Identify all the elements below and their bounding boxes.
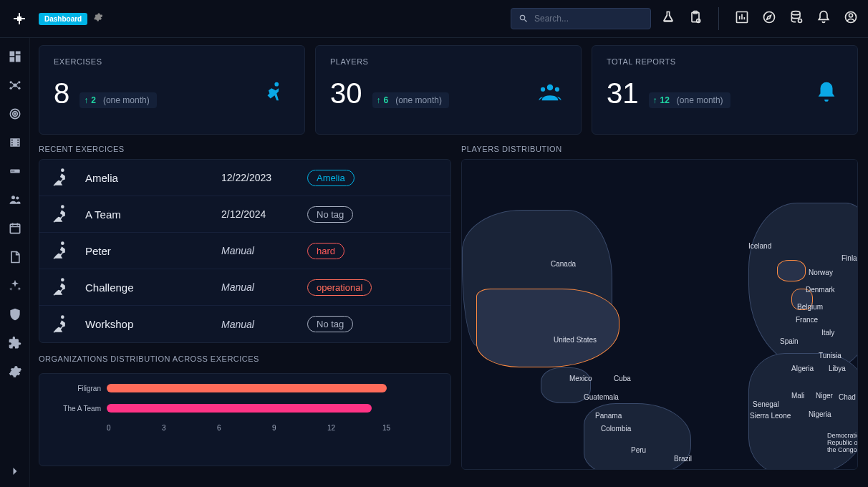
svg-rect-23 <box>10 224 19 233</box>
people-icon <box>538 80 562 107</box>
map-label: Cuba <box>614 375 631 382</box>
exercise-row[interactable]: Workshop Manual No tag <box>39 306 450 342</box>
search-box[interactable] <box>511 8 651 29</box>
map-label: Italy <box>821 329 834 337</box>
stat-card-total reports[interactable]: TOTAL REPORTS 31 ↑ 12 (one month) <box>592 45 858 135</box>
exercise-date: 2/12/2024 <box>221 208 307 220</box>
exercise-row[interactable]: Amelia 12/22/2023 Amelia <box>39 160 450 196</box>
stat-value: 31 <box>607 79 639 107</box>
map-label: Denmark <box>806 286 835 294</box>
sidebar-target[interactable] <box>6 105 24 122</box>
sidebar-media[interactable] <box>6 134 24 151</box>
players-dist-title: PLAYERS DISTRIBUTION <box>461 145 858 153</box>
map-label: Democratic Republic of the Congo <box>827 432 858 453</box>
bell-icon <box>814 80 839 107</box>
search-input[interactable] <box>534 14 643 24</box>
svg-point-5 <box>764 12 775 23</box>
org-bar <box>107 384 387 392</box>
org-bar <box>107 404 372 413</box>
axis-tick: 0 <box>107 424 162 432</box>
org-bar-row: The A Team <box>52 404 438 413</box>
rowing-icon <box>51 314 72 335</box>
map-label: Iceland <box>748 242 771 250</box>
recent-exercises-panel: Amelia 12/22/2023 Amelia A Team 2/12/202… <box>39 159 451 343</box>
stat-delta: ↑ 12 (one month) <box>649 92 730 108</box>
axis-tick: 12 <box>327 424 382 432</box>
sidebar-settings[interactable] <box>6 363 24 380</box>
svg-point-17 <box>14 113 16 115</box>
org-bar-row: Filigran <box>52 384 438 392</box>
arrow-up-icon: ↑ <box>84 95 88 105</box>
exercise-date: Manual <box>221 319 307 330</box>
map-label: Guatemala <box>584 393 619 401</box>
svg-rect-0 <box>18 17 21 20</box>
map-label: Chad <box>839 393 856 401</box>
svg-point-12 <box>18 81 20 83</box>
map-label: Libya <box>829 365 846 372</box>
stat-label: PLAYERS <box>330 57 566 66</box>
svg-point-25 <box>547 85 554 91</box>
stat-card-players[interactable]: PLAYERS 30 ↑ 6 (one month) <box>315 45 582 135</box>
svg-point-11 <box>9 81 11 83</box>
exercise-date: 12/22/2023 <box>221 172 307 183</box>
gear-icon[interactable] <box>93 12 103 25</box>
database-icon[interactable] <box>789 10 804 27</box>
svg-point-22 <box>16 196 19 199</box>
sidebar-expand[interactable] <box>6 463 24 480</box>
exercise-name: Amelia <box>85 172 221 184</box>
exercise-row[interactable]: Peter Manual hard <box>39 233 450 269</box>
arrow-up-icon: ↑ <box>653 95 657 105</box>
compass-icon[interactable] <box>762 10 776 27</box>
map-label: Panama <box>595 412 622 420</box>
exercise-tag: Amelia <box>307 170 355 186</box>
org-dist-title: ORGANIZATIONS DISTRIBUTION ACROSS EXERCI… <box>39 355 451 363</box>
exercise-tag: hard <box>307 243 344 259</box>
sidebar-shield[interactable] <box>6 306 24 323</box>
main-content: EXERCISES 8 ↑ 2 (one month) PLAYERS 30 ↑… <box>30 38 868 487</box>
map-label: United States <box>554 336 597 344</box>
chart-icon[interactable] <box>735 10 749 27</box>
exercise-tag: No tag <box>307 316 353 332</box>
org-label: Filigran <box>52 385 107 392</box>
axis-tick: 15 <box>382 424 438 432</box>
stat-label: EXERCISES <box>54 57 290 66</box>
sidebar <box>0 38 30 487</box>
sidebar-sparkle[interactable] <box>6 277 24 294</box>
sidebar-dashboard[interactable] <box>6 48 24 65</box>
dashboard-badge[interactable]: Dashboard <box>39 13 87 25</box>
clipboard-icon[interactable] <box>688 10 703 27</box>
arrow-up-icon: ↑ <box>377 95 381 105</box>
exercise-name: A Team <box>85 208 221 221</box>
svg-point-13 <box>9 87 11 90</box>
players-map-panel[interactable]: Iceland Finland Norway Denmark Belgium F… <box>461 159 858 470</box>
map-label: Colombia <box>601 425 631 433</box>
exercise-tag: operational <box>307 279 372 296</box>
exercise-row[interactable]: Challenge Manual operational <box>39 269 450 306</box>
sidebar-scenarios[interactable] <box>6 77 24 94</box>
search-icon <box>519 13 529 24</box>
user-icon[interactable] <box>844 10 858 27</box>
stat-card-exercises[interactable]: EXERCISES 8 ↑ 2 (one month) <box>39 45 305 135</box>
app-logo[interactable] <box>10 9 29 28</box>
sidebar-players[interactable] <box>6 191 24 208</box>
stat-label: TOTAL REPORTS <box>607 57 843 66</box>
svg-point-6 <box>791 11 800 15</box>
bell-icon[interactable] <box>816 10 831 27</box>
stat-value: 30 <box>330 79 362 107</box>
map-label: Niger <box>816 392 833 400</box>
lab-icon[interactable] <box>661 10 675 27</box>
svg-point-21 <box>11 196 15 199</box>
map-label: Senegal <box>753 400 779 408</box>
svg-point-28 <box>61 168 64 172</box>
sidebar-calendar[interactable] <box>6 220 24 237</box>
org-label: The A Team <box>52 405 107 413</box>
svg-point-14 <box>18 87 20 90</box>
sidebar-document[interactable] <box>6 249 24 266</box>
map-label: Mexico <box>569 375 592 382</box>
exercise-date: Manual <box>221 281 307 293</box>
sidebar-puzzle[interactable] <box>6 334 24 352</box>
svg-point-7 <box>799 19 802 23</box>
axis-tick: 9 <box>272 424 327 432</box>
exercise-row[interactable]: A Team 2/12/2024 No tag <box>39 196 450 233</box>
sidebar-server[interactable] <box>6 163 24 180</box>
